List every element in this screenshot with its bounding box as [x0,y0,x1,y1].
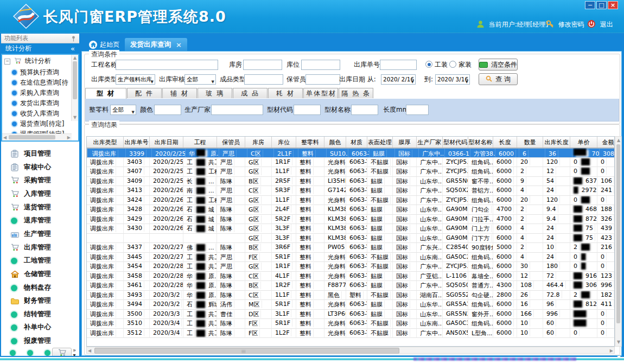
sidebar-item-3[interactable]: 采购管理 [1,175,79,186]
table-row[interactable]: 调拨出库33992020/2/25华██原...严思C区2L1F整料SU10..… [87,148,615,158]
tree-item[interactable]: 发货出库查询 [12,99,59,108]
part-select[interactable]: 全部▼ [110,105,136,115]
tab-发货出库查询[interactable]: 发货出库查询× [125,38,187,51]
column-header[interactable]: 长度 [493,137,517,148]
material-tab-耗材[interactable]: 耗 材 [268,88,303,98]
quick-dot-icon[interactable] [27,350,33,356]
tree-vertical-scrollbar[interactable]: ▲ ▼ [71,55,78,121]
sidebar-item-9[interactable]: 工地管理 [1,255,79,266]
table-row[interactable]: 调拨出库34452020/2/27工██共工程严思F区5R1F整料光身料6063… [87,253,614,263]
sidebar-item-11[interactable]: 物料盘存 [1,282,79,293]
section-header-statistics[interactable]: 统计分析 « [1,43,79,54]
tree-horizontal-scrollbar[interactable]: ◀ ▶ [2,133,72,141]
clear-conditions-button[interactable]: 清空条件 [479,59,518,71]
date-to-select[interactable]: 2020/ 3/16▼ [435,74,470,85]
material-tab-单体型材[interactable]: 单体型材 [303,88,338,98]
tab-起始页[interactable]: 起始页 [84,38,125,51]
sidebar-item-5[interactable]: 退货管理 [1,202,79,213]
column-header[interactable]: 数量 [517,137,543,148]
tab-close-icon[interactable]: × [176,41,182,49]
profile-name-input[interactable] [351,105,378,115]
column-header[interactable]: 型材名称 [468,137,493,148]
quick-cart-button[interactable] [52,348,72,356]
sidebar-item-8[interactable]: 出库管理 [1,242,79,253]
table-row[interactable]: 调拨出库34942020/3/2石██辉城汤伟M区5R1F整料光身料6063-T… [87,300,614,310]
material-tab-隔热条[interactable]: 隔 热 条 [339,88,373,98]
radio-jiazhuang[interactable]: 家装 [449,60,472,70]
table-row[interactable]: 调拨出库34282020/2/26石██城陈琳G区2L4F整料KLM381760… [87,205,614,215]
column-header[interactable]: 保管员 [217,137,245,148]
table-row[interactable]: 调拨出库34372020/2/27佛██...陈琳B区3R6F整料PW05606… [87,243,614,253]
table-row[interactable]: G区3L3F整料KLM38176063-T5贴膜国标山东华...GA90M09.… [87,234,614,244]
material-tab-玻璃[interactable]: 玻 璃 [198,88,232,98]
warehouse-input[interactable] [243,60,282,70]
collapse-icon[interactable]: « [71,43,75,54]
table-row[interactable]: 调拨出库34092020/2/25长██...陈琳B区2R5F整料LI35HD6… [87,177,614,187]
sidebar-item-15[interactable]: 报废管理 [1,335,79,346]
sidebar-item-1[interactable]: 项目管理 [1,148,79,159]
column-header[interactable]: 金额 [597,137,615,148]
sidebar-item-6[interactable]: 退库管理 [1,215,79,226]
table-row[interactable]: 调拨出库34542020/2/28工██共工程严思G区1R1F整料光身料6063… [87,262,614,272]
column-header[interactable]: 工程 [183,137,217,148]
column-header[interactable]: 出库单号 [124,137,150,148]
project-name-input[interactable] [116,60,218,70]
maximize-button[interactable]: □ [596,1,607,9]
column-header[interactable]: 出库类型 [87,137,124,148]
material-tab-成品[interactable]: 成 品 [233,88,268,98]
sidebar-item-4[interactable]: 入库管理 [1,188,79,199]
logout-button[interactable]: 退出 [587,20,613,29]
quick-dot-icon[interactable] [44,350,50,356]
grid-horizontal-scrollbar[interactable]: ◀ ⁞⁞⁞ ▶ [86,347,615,354]
column-header[interactable]: 出库长度 [543,137,570,148]
color-input[interactable] [154,105,181,115]
column-header[interactable]: 出库日期 [150,137,183,148]
sidebar-item-14[interactable]: 补单中心 [1,322,79,333]
tree-item[interactable]: 收货入库查询 [12,109,59,119]
close-button[interactable]: × [608,1,618,9]
change-password-button[interactable]: 修改密码 [546,20,584,29]
column-header[interactable]: 材质 [346,137,367,148]
table-row[interactable]: 调拨出库34292020/2/26石██城陈琳G区5R2F整料KLM381760… [87,215,614,225]
sidebar-item-10[interactable]: 仓储管理 [1,269,79,279]
column-header[interactable]: 库房 [245,137,272,148]
column-header[interactable]: 整零料 [296,137,324,148]
product-type-input[interactable] [244,74,283,85]
keeper-input[interactable] [305,74,340,85]
tree-item[interactable]: 退货查询[待定] [12,119,64,129]
tree-root[interactable]: − 统计分析 [4,56,51,66]
more-chevron[interactable]: »▾ [73,348,76,356]
column-header[interactable]: 单价 [570,137,597,148]
table-row[interactable]: 调拨出库35102020/3/4工██共工程陈琳F区5R1F整料光身料6063-… [87,319,614,329]
length-input[interactable] [406,105,429,115]
outbound-type-select[interactable]: 生产领料出库▼ [116,74,155,85]
table-row[interactable]: 调拨出库34032020/2/25工██共工程严思G区1R1F整料光身料6063… [87,158,614,168]
tree-item[interactable]: 预算执行查询 [12,68,59,78]
column-header[interactable]: 膜厚 [393,137,417,148]
profile-code-input[interactable] [294,105,321,115]
tree-expander-icon[interactable]: − [4,59,10,65]
table-row[interactable]: 调拨出库34612020/2/28华██原...陈琳B区1R2F整料F8877F… [87,281,614,291]
column-header[interactable]: 表面处理 [367,137,393,148]
sidebar-item-12[interactable]: 财务管理 [1,295,79,306]
grid-vertical-scrollbar[interactable]: ▲ ▼ [615,136,622,347]
column-header[interactable]: 生产厂家 [417,137,443,148]
order-no-input[interactable] [380,60,417,70]
table-row[interactable]: 调拨出库34132020/2/26南██...严思C区5R3F整料G714226… [87,186,614,196]
material-tab-配件[interactable]: 配 件 [127,88,162,98]
date-from-select[interactable]: 2020/ 2/16▼ [381,74,416,85]
table-row[interactable]: 调拨出库34072020/2/25工██工程严思G区1L1F整料光身料6063-… [87,167,614,177]
table-row[interactable]: 调拨出库35002020/3/3工██共工程曹佳D区3L1F整料LT3P6060… [87,310,614,320]
table-row[interactable]: 调拨出库35122020/3/4工██共工程陈琳F区1L2F整料光身料6063-… [87,329,614,339]
search-button[interactable]: 查 询 [479,73,518,85]
minimize-button[interactable]: − [585,1,595,9]
quick-dot-icon[interactable] [10,350,16,356]
radio-gongzhuang[interactable]: 工装 [425,60,448,70]
sidebar-item-13[interactable]: 结转管理 [1,309,79,320]
column-header[interactable]: 型材代码 [443,137,468,148]
sidebar-item-7[interactable]: 生产管理 [1,228,79,239]
column-header[interactable]: 颜色 [324,137,346,148]
sidebar-item-2[interactable]: 审核中心 [1,162,79,173]
tree-item[interactable]: 在途信息查询[待 [12,78,68,88]
table-row[interactable]: 调拨出库34242020/2/26工██工程严思G区1L1F整料光身料6063-… [87,196,614,206]
